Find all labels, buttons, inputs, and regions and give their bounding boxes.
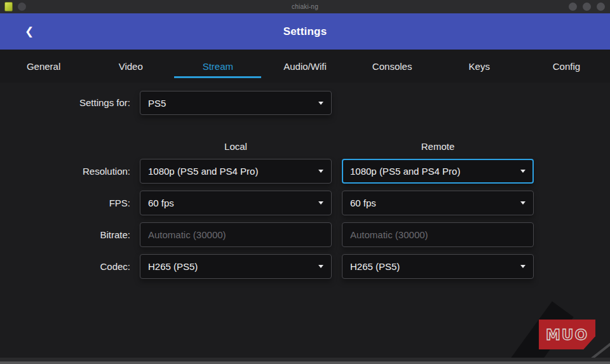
page-title: Settings <box>0 13 610 50</box>
chevron-down-icon <box>520 201 525 205</box>
settings-for-label: Settings for: <box>0 91 130 115</box>
resolution-label: Resolution: <box>0 159 130 184</box>
os-titlebar: chiaki-ng <box>0 0 610 13</box>
codec-remote-dropdown[interactable]: H265 (PS5) <box>342 254 534 279</box>
bottom-scrollbar[interactable] <box>0 361 610 364</box>
tab-consoles[interactable]: Consoles <box>349 50 436 83</box>
tab-config[interactable]: Config <box>523 50 610 83</box>
bitrate-remote-input[interactable] <box>342 222 534 247</box>
muo-logo: MUO <box>539 320 595 349</box>
tab-audio-wifi[interactable]: Audio/Wifi <box>261 50 348 83</box>
minimize-button[interactable] <box>569 3 577 11</box>
settings-for-dropdown[interactable]: PS5 <box>140 91 332 115</box>
window-title: chiaki-ng <box>0 0 610 13</box>
tab-general[interactable]: General <box>0 50 87 83</box>
chevron-down-icon <box>520 265 525 268</box>
chevron-down-icon <box>520 170 525 173</box>
settings-for-value: PS5 <box>148 98 166 109</box>
fps-remote-dropdown[interactable]: 60 fps <box>342 191 534 215</box>
maximize-button[interactable] <box>583 3 591 11</box>
fps-label: FPS: <box>0 191 130 215</box>
resolution-local-dropdown[interactable]: 1080p (PS5 and PS4 Pro) <box>140 159 332 184</box>
chevron-down-icon <box>318 102 323 105</box>
tab-stream[interactable]: Stream <box>174 50 261 83</box>
codec-local-value: H265 (PS5) <box>148 261 198 272</box>
tab-video[interactable]: Video <box>87 50 174 83</box>
settings-tabbar: General Video Stream Audio/Wifi Consoles… <box>0 50 610 83</box>
column-header-local: Local <box>140 140 332 154</box>
close-button[interactable] <box>597 3 605 11</box>
resolution-local-value: 1080p (PS5 and PS4 Pro) <box>148 166 258 177</box>
codec-remote-value: H265 (PS5) <box>350 261 400 272</box>
fps-local-value: 60 fps <box>148 198 174 208</box>
codec-label: Codec: <box>0 254 130 279</box>
bitrate-label: Bitrate: <box>0 222 130 247</box>
tab-keys[interactable]: Keys <box>436 50 523 83</box>
muo-logo-text: MUO <box>546 327 588 343</box>
codec-local-dropdown[interactable]: H265 (PS5) <box>140 254 332 279</box>
fps-local-dropdown[interactable]: 60 fps <box>140 191 332 215</box>
chevron-down-icon <box>318 201 323 205</box>
resolution-remote-value: 1080p (PS5 and PS4 Pro) <box>350 166 460 177</box>
column-header-remote: Remote <box>342 140 534 154</box>
settings-header: ❮ Settings <box>0 13 610 50</box>
fps-remote-value: 60 fps <box>350 198 376 208</box>
chevron-down-icon <box>318 265 323 268</box>
chevron-down-icon <box>318 170 323 173</box>
bitrate-local-input[interactable] <box>140 222 332 247</box>
resolution-remote-dropdown[interactable]: 1080p (PS5 and PS4 Pro) <box>342 159 534 184</box>
